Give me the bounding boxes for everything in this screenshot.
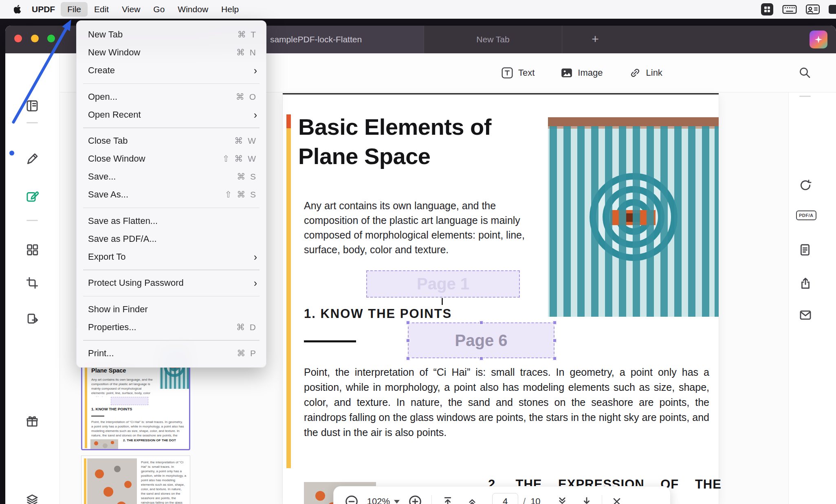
link-icon: [629, 67, 641, 79]
selection-handle-w[interactable]: [406, 338, 410, 343]
input-source-icon[interactable]: [761, 3, 773, 15]
link-tool-button[interactable]: Link: [629, 67, 662, 79]
thumb-para2: Point, the interpretation of “Ci Hai” is…: [91, 420, 185, 438]
page-separator: /: [523, 496, 526, 504]
submenu-chevron-icon: ›: [254, 252, 257, 261]
document-heading-1[interactable]: 1. KNOW THE POINTS: [304, 307, 452, 321]
selection-handle-ne[interactable]: [552, 320, 557, 325]
pdfa-badge-icon[interactable]: PDF/A: [796, 210, 816, 220]
menu-item-create[interactable]: Create›: [79, 61, 264, 79]
menu-item-protect-using-password[interactable]: Protect Using Password›: [79, 274, 264, 292]
status-icon-partial[interactable]: [829, 5, 836, 14]
apple-menu[interactable]: [9, 2, 26, 16]
selection-handle-e[interactable]: [552, 338, 557, 343]
menu-go[interactable]: Go: [147, 2, 171, 17]
submenu-chevron-icon: ›: [254, 110, 257, 119]
gift-icon[interactable]: [25, 414, 39, 428]
sidebar-divider: [799, 96, 811, 97]
document-info-icon[interactable]: [799, 243, 812, 257]
convert-pdf-icon[interactable]: [25, 312, 39, 326]
document-rule: [304, 340, 356, 342]
right-sidebar: PDF/A: [788, 92, 836, 504]
selection-handle-nw[interactable]: [406, 320, 410, 325]
selection-handle-n[interactable]: [479, 320, 484, 325]
next-page-button[interactable]: [556, 495, 568, 504]
menu-item-save-as-pdfa[interactable]: Save as PDF/A...: [79, 230, 264, 248]
menu-item-save[interactable]: Save...⌘ S: [79, 168, 264, 186]
zoom-out-button[interactable]: [345, 495, 358, 504]
menu-item-save-as[interactable]: Save As...⇧ ⌘ S: [79, 186, 264, 204]
document-paragraph-2[interactable]: Point, the interpretation of “Ci Hai” is…: [304, 365, 709, 440]
close-toolbar-button[interactable]: [611, 496, 623, 504]
zoom-dropdown-caret[interactable]: [394, 500, 400, 504]
minimize-window-button[interactable]: [31, 35, 39, 42]
close-window-button[interactable]: [14, 35, 22, 42]
mail-icon[interactable]: [799, 308, 812, 322]
menu-item-print[interactable]: Print...⌘ P: [79, 344, 264, 362]
menu-item-new-window[interactable]: New Window⌘ N: [79, 44, 264, 61]
app-menu-updf[interactable]: UPDF: [26, 2, 61, 17]
document-paragraph-1[interactable]: Any art contains its own language, and t…: [304, 198, 526, 257]
page-refresh-icon[interactable]: [799, 178, 812, 192]
share-icon[interactable]: [799, 276, 812, 290]
edit-tool-icon-active[interactable]: [25, 189, 39, 203]
menu-separator: [83, 127, 260, 128]
crop-tool-icon[interactable]: [25, 276, 39, 290]
annotate-tool-icon[interactable]: [25, 152, 39, 166]
image-tool-button[interactable]: Image: [561, 67, 603, 79]
menu-item-open[interactable]: Open...⌘ O: [79, 88, 264, 106]
menu-item-show-in-finder[interactable]: Show in Finder: [79, 300, 264, 318]
tab-new-tab[interactable]: New Tab: [424, 26, 562, 53]
zoom-window-button[interactable]: [47, 35, 55, 42]
user-switch-icon[interactable]: [806, 4, 820, 15]
text-cursor: [442, 298, 443, 305]
menu-file[interactable]: File: [61, 2, 88, 17]
page-navigation-toolbar: 102% 4 / 10: [333, 486, 671, 504]
text-tool-button[interactable]: Text: [501, 67, 535, 79]
selection-handle-sw[interactable]: [406, 356, 410, 361]
thumb-dots-image: [90, 439, 118, 450]
last-page-button[interactable]: [581, 495, 593, 504]
submenu-chevron-icon: ›: [254, 278, 257, 287]
keyboard-icon[interactable]: [782, 4, 797, 15]
thumb-watermark-box: [111, 397, 148, 405]
menu-item-close-window[interactable]: Close Window⇧ ⌘ W: [79, 150, 264, 168]
toolbar-divider: [431, 495, 432, 504]
menu-edit[interactable]: Edit: [88, 2, 115, 17]
updf-ai-icon[interactable]: [810, 31, 827, 48]
reader-view-icon[interactable]: [25, 99, 39, 113]
macos-menubar: UPDF File Edit View Go Window Help: [0, 0, 836, 19]
document-photo[interactable]: [548, 117, 719, 317]
previous-page-button[interactable]: [466, 495, 478, 504]
menu-item-close-tab[interactable]: Close Tab⌘ W: [79, 132, 264, 150]
file-menu-dropdown: New Tab⌘ T New Window⌘ N Create› Open...…: [76, 20, 266, 368]
menu-item-save-as-flatten[interactable]: Save as Flatten...: [79, 212, 264, 230]
menu-view[interactable]: View: [115, 2, 147, 17]
thumb-heading1: 1. KNOW THE POINTS: [91, 407, 132, 411]
apple-icon: [14, 5, 21, 13]
menu-item-export-to[interactable]: Export To›: [79, 248, 264, 266]
selection-handle-se[interactable]: [552, 356, 557, 361]
watermark-page-1[interactable]: Page 1: [366, 270, 520, 298]
menu-window[interactable]: Window: [171, 2, 215, 17]
search-icon[interactable]: [798, 66, 811, 79]
layers-icon[interactable]: [25, 493, 39, 504]
organize-pages-icon[interactable]: [25, 243, 39, 256]
current-page-input[interactable]: 4: [492, 493, 518, 504]
selection-handle-s[interactable]: [479, 356, 484, 361]
menu-separator: [83, 208, 260, 208]
menu-item-properties[interactable]: Properties...⌘ D: [79, 318, 264, 336]
menu-item-new-tab[interactable]: New Tab⌘ T: [79, 26, 264, 44]
menu-separator: [83, 296, 260, 297]
page-thumbnail-2[interactable]: Point, the interpretation of “Ci Hai” is…: [81, 456, 190, 504]
first-page-button[interactable]: [442, 495, 454, 504]
sparkle-icon: [814, 35, 823, 44]
thumb-strip-yellow: [84, 458, 86, 504]
zoom-in-button[interactable]: [409, 495, 422, 504]
watermark-page-6-selected[interactable]: Page 6: [408, 322, 554, 358]
menu-item-open-recent[interactable]: Open Recent›: [79, 106, 264, 124]
menu-help[interactable]: Help: [215, 2, 245, 17]
new-tab-button[interactable]: +: [584, 26, 607, 53]
text-tool-icon: [501, 67, 513, 79]
document-title[interactable]: Basic Elements of Plane Space: [298, 112, 491, 171]
